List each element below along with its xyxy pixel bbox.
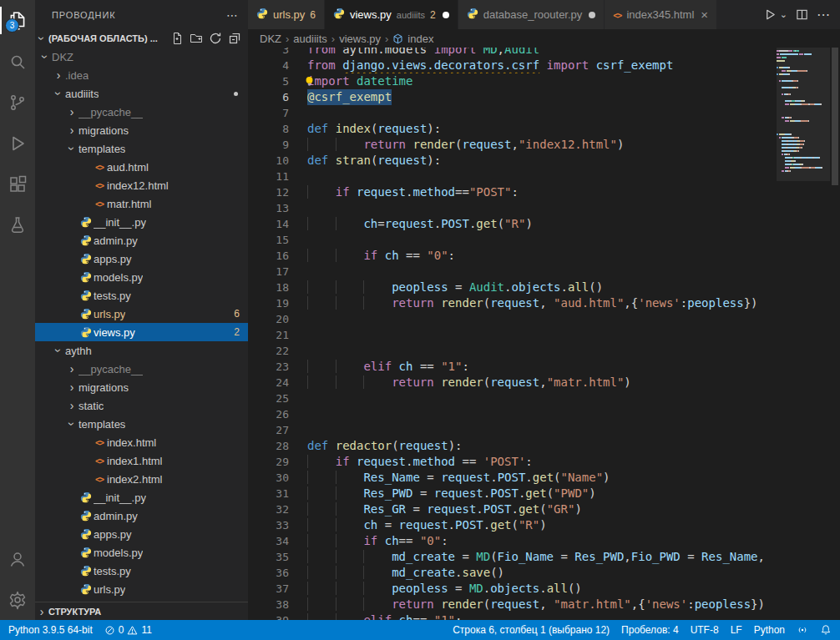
code-line[interactable]: 14 ch=request.POST.get("R"): [248, 216, 777, 232]
code-line[interactable]: 30 Res_Name = request.POST.get("Name"): [248, 470, 777, 486]
tree-item-admin.py[interactable]: admin.py: [35, 231, 248, 249]
code-line[interactable]: 29 if request.method == 'POST':: [248, 454, 777, 470]
code-line[interactable]: 17: [248, 264, 777, 280]
eol-setting[interactable]: LF: [731, 624, 742, 636]
indentation-setting[interactable]: Пробелов: 4: [621, 624, 679, 636]
tab-database_roouter.py[interactable]: database_roouter.py: [458, 0, 605, 29]
new-file-icon[interactable]: [170, 32, 184, 45]
new-folder-icon[interactable]: [190, 32, 203, 45]
tree-item-migrations[interactable]: ›migrations: [35, 121, 248, 139]
tree-item-models.py[interactable]: models.py: [35, 543, 248, 562]
code-line[interactable]: 7: [248, 105, 777, 121]
code-line[interactable]: 6@csrf_exempt: [248, 89, 777, 105]
activity-extensions-icon[interactable]: [0, 164, 35, 204]
scrollbar-thumb[interactable]: [832, 48, 838, 185]
language-mode[interactable]: Python: [754, 624, 785, 636]
tree-item-urls.py[interactable]: urls.py6: [35, 305, 248, 323]
code-line[interactable]: 21: [248, 327, 777, 343]
code-line[interactable]: 5import datetime: [248, 73, 777, 89]
tree-item-static[interactable]: ›static: [35, 396, 248, 415]
encoding-setting[interactable]: UTF-8: [691, 624, 719, 636]
code-line[interactable]: 10def stran(request):: [248, 153, 777, 169]
code-line[interactable]: 35 md_create = MD(Fio_Name = Res_PWD,Fio…: [248, 549, 777, 565]
code-line[interactable]: 38 return render(request, "matr.html",{'…: [248, 597, 777, 612]
code-line[interactable]: 24 return render(request,"matr.html"): [248, 375, 777, 391]
code-line[interactable]: 16 if ch == "0":: [248, 248, 777, 264]
tree-item-index.html[interactable]: <>index.html: [35, 433, 248, 451]
tree-item-views.py[interactable]: views.py: [35, 598, 248, 602]
code-line[interactable]: 15: [248, 232, 777, 248]
tree-item-tests.py[interactable]: tests.py: [35, 286, 248, 305]
activity-run-debug-icon[interactable]: [0, 123, 35, 164]
activity-settings-icon[interactable]: [0, 579, 35, 620]
run-dropdown-icon[interactable]: ⌄: [780, 9, 787, 20]
split-editor-button[interactable]: [796, 8, 808, 21]
outline-section-header[interactable]: › СТРУКТУРА: [35, 602, 248, 620]
code-line[interactable]: 19 return render(request, "aud.html",{'n…: [248, 295, 777, 311]
code-line[interactable]: 39 elif ch== "1":: [248, 612, 777, 620]
activity-search-icon[interactable]: [0, 41, 35, 82]
tab-views.py[interactable]: views.pyaudiiits2: [325, 0, 458, 29]
problems-summary[interactable]: 0 11: [104, 624, 152, 636]
code-line[interactable]: 3from aythh.models import MD,Audit: [248, 48, 777, 58]
tree-item-index1.html[interactable]: <>index1.html: [35, 451, 248, 470]
tree-item-aud.html[interactable]: <>aud.html: [35, 158, 248, 176]
activity-account-icon[interactable]: [0, 538, 35, 579]
close-icon[interactable]: ×: [701, 8, 708, 22]
code-line[interactable]: 20: [248, 311, 777, 327]
code-line[interactable]: 12 if request.method=="POST":: [248, 184, 777, 200]
code-editor[interactable]: 3from aythh.models import MD,Audit4from …: [248, 48, 840, 620]
code-line[interactable]: 34 if ch== "0":: [248, 533, 777, 549]
collapse-all-icon[interactable]: [228, 32, 241, 45]
run-button[interactable]: [764, 8, 777, 21]
code-line[interactable]: 22: [248, 343, 777, 359]
tree-item-index2.html[interactable]: <>index2.html: [35, 470, 248, 488]
feedback-icon[interactable]: [797, 624, 808, 636]
code-line[interactable]: 23 elif ch == "1":: [248, 359, 777, 375]
code-line[interactable]: 13: [248, 200, 777, 216]
activity-testing-icon[interactable]: [0, 204, 35, 245]
tree-item-admin.py[interactable]: admin.py: [35, 506, 248, 525]
code-line[interactable]: 36 md_create.save(): [248, 565, 777, 581]
breadcrumb-item[interactable]: audiiits: [293, 33, 326, 45]
python-interpreter[interactable]: Python 3.9.5 64-bit: [8, 624, 93, 636]
code-line[interactable]: 9 return render(request,"index12.html"): [248, 137, 777, 153]
tree-item-DKZ[interactable]: ›DKZ: [35, 48, 248, 66]
minimap-slider[interactable]: [777, 48, 830, 181]
code-line[interactable]: 18 peopless = Audit.objects.all(): [248, 280, 777, 295]
tree-item-.idea[interactable]: ›.idea: [35, 66, 248, 84]
tree-item-__pycache__[interactable]: ›__pycache__: [35, 103, 248, 121]
tree-item-migrations[interactable]: ›migrations: [35, 378, 248, 396]
tree-item-__init__.py[interactable]: __init__.py: [35, 213, 248, 231]
tab-index345.html[interactable]: <>index345.html×: [605, 0, 717, 29]
code-line[interactable]: 32 Res_GR = request.POST.get("GR"): [248, 501, 777, 517]
more-actions-icon[interactable]: ⋯: [817, 7, 830, 23]
code-line[interactable]: 8def index(request):: [248, 121, 777, 137]
code-line[interactable]: 33 ch = request.POST.get("R"): [248, 517, 777, 533]
breadcrumb-item[interactable]: index: [407, 33, 433, 45]
tree-item-templates[interactable]: ›templates: [35, 139, 248, 158]
tree-item-audiiits[interactable]: ›audiiits: [35, 84, 248, 103]
code-line[interactable]: 4from django.views.decorators.csrf impor…: [248, 58, 777, 73]
code-line[interactable]: 27: [248, 422, 777, 438]
code-line[interactable]: 31 Res_PWD = request.POST.get("PWD"): [248, 486, 777, 501]
activity-explorer-icon[interactable]: 3: [0, 0, 35, 41]
tree-item-index12.html[interactable]: <>index12.html: [35, 176, 248, 194]
tree-item-__init__.py[interactable]: __init__.py: [35, 488, 248, 506]
breadcrumb-item[interactable]: views.py: [339, 33, 381, 45]
code-line[interactable]: 26: [248, 406, 777, 422]
tree-item-tests.py[interactable]: tests.py: [35, 562, 248, 580]
code-line[interactable]: 28def redactor(request):: [248, 438, 777, 454]
tab-urls.py[interactable]: urls.py6: [248, 0, 325, 29]
workspace-section-header[interactable]: › (РАБОЧАЯ ОБЛАСТЬ) ...: [35, 29, 248, 48]
tree-item-aythh[interactable]: ›aythh: [35, 341, 248, 360]
tree-item-apps.py[interactable]: apps.py: [35, 249, 248, 268]
tree-item-urls.py[interactable]: urls.py: [35, 580, 248, 598]
tree-item-templates[interactable]: ›templates: [35, 415, 248, 433]
breadcrumb-item[interactable]: DKZ: [260, 33, 281, 45]
editor-scrollbar[interactable]: [830, 48, 840, 620]
cursor-position[interactable]: Строка 6, столбец 1 (выбрано 12): [453, 624, 610, 636]
tree-item-matr.html[interactable]: <>matr.html: [35, 194, 248, 213]
tree-item-apps.py[interactable]: apps.py: [35, 525, 248, 543]
lightbulb-icon[interactable]: [303, 75, 316, 91]
